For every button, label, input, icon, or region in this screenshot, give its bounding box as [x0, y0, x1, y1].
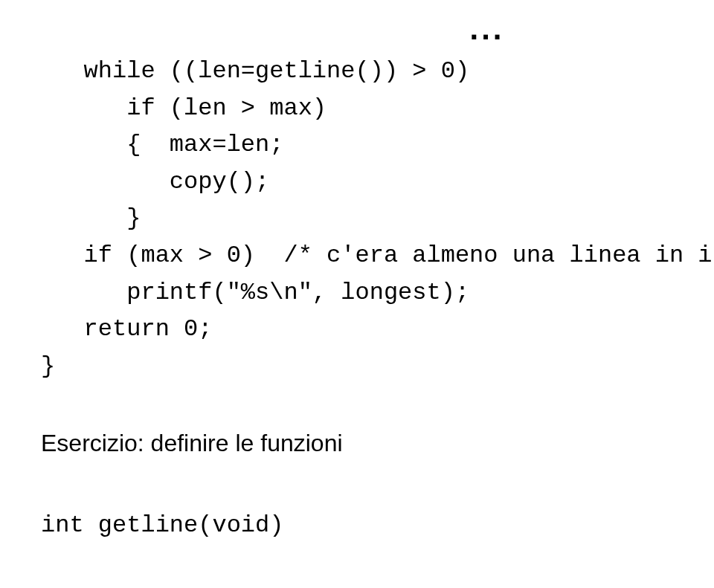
function-declaration-getline: int getline(void)	[41, 508, 673, 543]
ellipsis-continuation: ...	[301, 11, 673, 47]
exercise-line: Esercizio: definire le funzioni	[41, 425, 673, 463]
exercise-text: definire le funzioni	[144, 430, 343, 456]
exercise-label: Esercizio:	[41, 430, 144, 456]
code-block: while ((len=getline()) > 0) if (len > ma…	[41, 53, 673, 384]
